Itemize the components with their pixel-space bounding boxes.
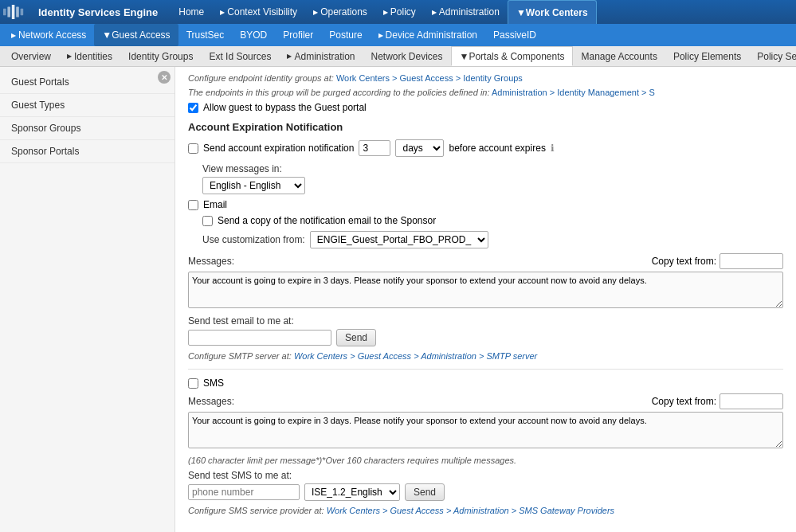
sms-config-link[interactable]: Work Centers > Guest Access > Administra… bbox=[327, 506, 614, 515]
send-test-email-label: Send test email to me at: bbox=[188, 315, 783, 327]
send-notification-checkbox[interactable] bbox=[188, 143, 198, 154]
send-test-sms-input-row: ISE_1.2_English English - English Send bbox=[188, 483, 783, 501]
nav-device-administration[interactable]: ▶Device Administration bbox=[371, 24, 485, 46]
sidebar: ✕ Guest Portals Guest Types Sponsor Grou… bbox=[0, 67, 175, 532]
send-email-button[interactable]: Send bbox=[336, 329, 376, 346]
nav-network-access[interactable]: ▶Network Access bbox=[3, 24, 94, 46]
nav-profiler[interactable]: Profiler bbox=[275, 24, 321, 46]
nav-policy[interactable]: ▶Policy bbox=[375, 0, 424, 24]
nav-posture[interactable]: Posture bbox=[321, 24, 370, 46]
email-message-textarea[interactable]: Your account is going to expire in 3 day… bbox=[188, 272, 783, 308]
sms-messages-label: Messages: bbox=[188, 396, 234, 407]
customization-select[interactable]: ENGIE_Guest_Portal_FBO_PROD_ bbox=[310, 231, 488, 248]
nav-identities[interactable]: ▶Identities bbox=[59, 46, 120, 66]
email-label: Email bbox=[203, 199, 227, 210]
view-messages-label: View messages in: bbox=[202, 163, 783, 174]
nav-portals-components[interactable]: ▼ Portals & Components bbox=[451, 46, 574, 66]
purge-link[interactable]: Administration > Identity Management > S bbox=[492, 88, 655, 97]
sidebar-item-sponsor-portals[interactable]: Sponsor Portals bbox=[0, 140, 174, 163]
svg-rect-2 bbox=[12, 5, 15, 19]
svg-rect-3 bbox=[16, 6, 19, 17]
sidebar-item-sponsor-groups[interactable]: Sponsor Groups bbox=[0, 117, 174, 140]
sms-message-textarea[interactable]: Your account is going to expire in 3 day… bbox=[188, 412, 783, 448]
cisco-logo bbox=[3, 5, 32, 19]
days-number-input[interactable] bbox=[359, 140, 390, 156]
svg-rect-4 bbox=[21, 9, 24, 15]
send-copy-checkbox[interactable] bbox=[202, 216, 213, 226]
nav-administration[interactable]: ▶Administration bbox=[424, 0, 508, 24]
sms-copy-text-input[interactable] bbox=[720, 393, 783, 409]
nav-identity-groups[interactable]: Identity Groups bbox=[120, 46, 201, 66]
bypass-portal-row: Allow guest to bypass the Guest portal bbox=[188, 102, 783, 113]
purge-info: The endpoints in this group will be purg… bbox=[188, 88, 783, 97]
nav-passiveid[interactable]: PassiveID bbox=[485, 24, 544, 46]
sms-copy-text-row: Copy text from: bbox=[652, 393, 783, 409]
nav-overview[interactable]: Overview bbox=[3, 46, 59, 66]
send-notification-label: Send account expiration notification bbox=[203, 143, 354, 154]
sms-config-info: Configure SMS service provider at: Work … bbox=[188, 506, 783, 515]
smtp-link[interactable]: Work Centers > Guest Access > Administra… bbox=[294, 351, 537, 361]
before-expires-label: before account expires bbox=[449, 143, 545, 154]
sidebar-collapse-button[interactable]: ✕ bbox=[158, 71, 171, 84]
days-unit-select[interactable]: days hours bbox=[395, 139, 444, 157]
nav-byod[interactable]: BYOD bbox=[232, 24, 275, 46]
email-checkbox[interactable] bbox=[188, 200, 198, 210]
send-test-sms-row: Send test SMS to me at: ISE_1.2_English … bbox=[188, 470, 783, 501]
view-messages-block: View messages in: English - English Fren… bbox=[202, 163, 783, 194]
send-test-email-input[interactable] bbox=[188, 330, 331, 346]
language-select[interactable]: English - English French - Français Span… bbox=[202, 177, 305, 194]
smtp-info-text: Configure SMTP server at: Work Centers >… bbox=[188, 351, 783, 361]
send-copy-label: Send a copy of the notification email to… bbox=[218, 215, 436, 226]
sms-row: SMS bbox=[188, 377, 783, 389]
sms-messages-block: Messages: Copy text from: Your account i… bbox=[188, 393, 783, 451]
svg-rect-0 bbox=[3, 9, 6, 15]
nav-work-centers[interactable]: ▼ Work Centers bbox=[508, 0, 597, 24]
sms-messages-header: Messages: Copy text from: bbox=[188, 393, 783, 409]
nav-manage-accounts[interactable]: Manage Accounts bbox=[573, 46, 665, 66]
sidebar-item-guest-portals[interactable]: Guest Portals bbox=[0, 71, 174, 94]
nav-operations[interactable]: ▶Operations bbox=[305, 0, 375, 24]
nav-network-devices[interactable]: Network Devices bbox=[363, 46, 451, 66]
email-messages-block: Messages: Copy text from: Your account i… bbox=[188, 253, 783, 311]
bypass-label: Allow guest to bypass the Guest portal bbox=[203, 102, 367, 113]
email-copy-text-label: Copy text from: bbox=[652, 256, 716, 267]
bypass-checkbox[interactable] bbox=[188, 103, 198, 113]
nav-ext-id-sources[interactable]: Ext Id Sources bbox=[201, 46, 279, 66]
nav-trustsec[interactable]: TrustSec bbox=[178, 24, 233, 46]
send-test-email-row: Send test email to me at: Send bbox=[188, 315, 783, 346]
main-layout: ✕ Guest Portals Guest Types Sponsor Grou… bbox=[0, 67, 796, 532]
sms-copy-text-label: Copy text from: bbox=[652, 396, 716, 407]
email-messages-label: Messages: bbox=[188, 256, 234, 267]
char-limit-note: (160 character limit per message*)*Over … bbox=[188, 456, 783, 465]
account-expiration-heading: Account Expiration Notification bbox=[188, 121, 783, 133]
sms-send-button[interactable]: Send bbox=[405, 483, 445, 501]
sms-label: SMS bbox=[203, 377, 224, 389]
email-row: Email bbox=[188, 199, 783, 210]
sms-phone-input[interactable] bbox=[188, 484, 300, 500]
nav-administration[interactable]: ▶Administration bbox=[279, 46, 363, 66]
sms-language-select[interactable]: ISE_1.2_English English - English bbox=[304, 483, 400, 501]
sidebar-item-guest-types[interactable]: Guest Types bbox=[0, 94, 174, 117]
sms-checkbox[interactable] bbox=[188, 378, 198, 389]
email-copy-text-input[interactable] bbox=[720, 253, 783, 269]
configure-endpoint-info: Configure endpoint identity groups at: W… bbox=[188, 73, 783, 83]
customization-row: Use customization from: ENGIE_Guest_Port… bbox=[202, 231, 783, 248]
send-test-email-input-row: Send bbox=[188, 329, 783, 346]
nav-context-visibility[interactable]: ▶Context Visibility bbox=[212, 0, 305, 24]
purge-text: The endpoints in this group will be purg… bbox=[188, 88, 490, 97]
second-nav-bar: ▶Network Access ▼ Guest Access TrustSec … bbox=[0, 24, 796, 46]
third-nav-bar: Overview ▶Identities Identity Groups Ext… bbox=[0, 46, 796, 67]
nav-policy-elements[interactable]: Policy Elements bbox=[665, 46, 749, 66]
configure-link[interactable]: Work Centers > Guest Access > Identity G… bbox=[336, 73, 523, 83]
configure-text: Configure endpoint identity groups at: bbox=[188, 73, 334, 83]
nav-guest-access[interactable]: ▼ Guest Access bbox=[94, 24, 178, 46]
send-notification-row: Send account expiration notification day… bbox=[188, 139, 783, 157]
svg-rect-1 bbox=[7, 6, 10, 17]
email-messages-header: Messages: Copy text from: bbox=[188, 253, 783, 269]
sms-section: SMS Messages: Copy text from: Your accou… bbox=[188, 377, 783, 515]
app-title: Identity Services Engine bbox=[38, 6, 158, 18]
send-copy-row: Send a copy of the notification email to… bbox=[202, 215, 783, 226]
nav-policy-sets[interactable]: Policy Sets bbox=[749, 46, 796, 66]
nav-home[interactable]: Home bbox=[171, 0, 212, 24]
customization-label: Use customization from: bbox=[202, 234, 305, 245]
